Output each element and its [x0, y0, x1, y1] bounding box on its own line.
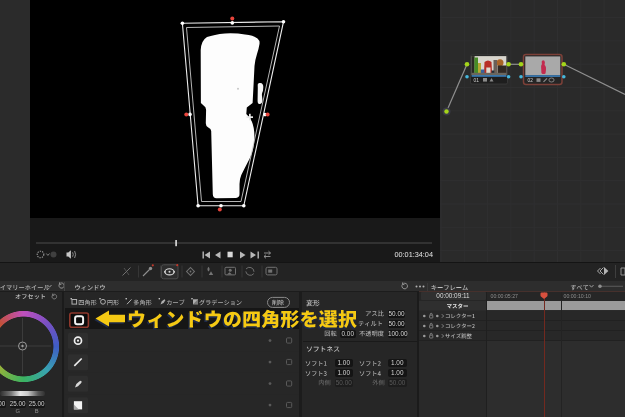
svg-text:02: 02 — [528, 78, 534, 83]
svg-text:01: 01 — [474, 78, 480, 83]
svg-text:00:01:34:04: 00:01:34:04 — [394, 250, 433, 259]
